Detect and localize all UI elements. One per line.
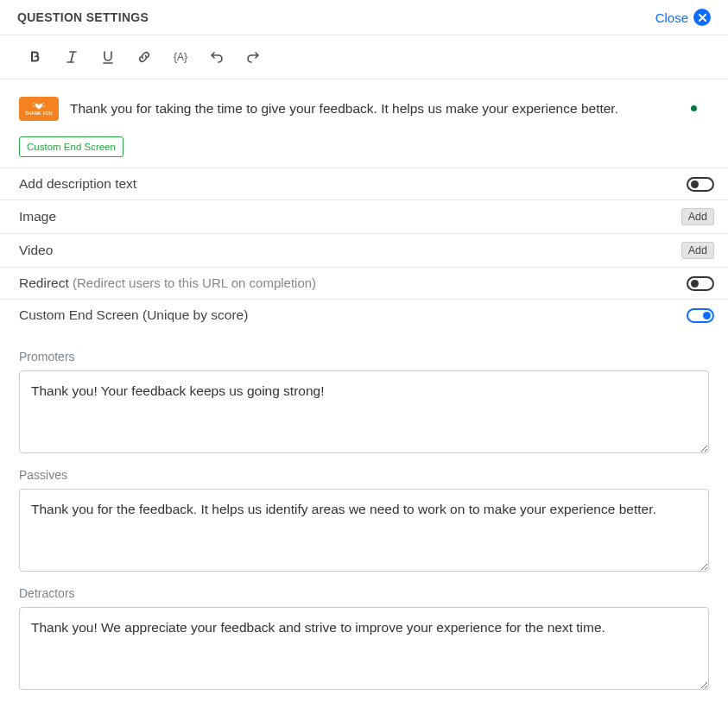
setting-redirect-label: Redirect: [19, 275, 69, 290]
redirect-toggle[interactable]: [687, 276, 714, 291]
detractors-textarea[interactable]: [19, 607, 709, 690]
link-icon[interactable]: [130, 44, 159, 70]
video-add-button[interactable]: Add: [681, 242, 714, 259]
setting-custom-end-label: Custom End Screen (Unique by score): [19, 307, 248, 323]
setting-redirect-label-group: Redirect (Redirect users to this URL on …: [19, 275, 316, 291]
thank-you-chip-icon: THANK YOU: [19, 97, 59, 121]
close-button[interactable]: Close: [655, 9, 711, 26]
italic-icon[interactable]: [57, 44, 86, 70]
setting-video: Video Add: [0, 234, 728, 268]
bold-icon[interactable]: [21, 44, 50, 70]
status-indicator-icon: [691, 105, 697, 111]
passives-label: Passives: [19, 468, 709, 482]
variable-icon[interactable]: {A}: [166, 44, 195, 70]
settings-list: Add description text Image Add Video Add…: [0, 168, 728, 331]
promoters-label: Promoters: [19, 350, 709, 364]
custom-end-screen-tag: Custom End Screen: [19, 136, 123, 157]
summary-message: Thank you for taking the time to give yo…: [70, 101, 618, 117]
setting-redirect: Redirect (Redirect users to this URL on …: [0, 268, 728, 300]
promoters-textarea[interactable]: [19, 370, 709, 453]
setting-image: Image Add: [0, 200, 728, 234]
page-title: QUESTION SETTINGS: [17, 10, 149, 24]
setting-image-label: Image: [19, 209, 56, 225]
underline-icon[interactable]: [93, 44, 123, 70]
close-x-icon: [693, 9, 711, 26]
thank-you-micro-label: THANK YOU: [25, 111, 52, 116]
custom-end-toggle[interactable]: [687, 308, 714, 323]
description-toggle[interactable]: [687, 177, 714, 192]
close-label: Close: [655, 10, 688, 25]
setting-video-label: Video: [19, 243, 53, 258]
detractors-label: Detractors: [19, 586, 709, 600]
setting-custom-end: Custom End Screen (Unique by score): [0, 300, 728, 331]
image-add-button[interactable]: Add: [681, 208, 714, 225]
settings-header: QUESTION SETTINGS Close: [0, 0, 728, 35]
end-screen-text-sections: Promoters Passives Detractors: [0, 331, 728, 710]
summary-row: THANK YOU Thank you for taking the time …: [19, 97, 709, 121]
setting-redirect-sublabel: (Redirect users to this URL on completio…: [73, 275, 316, 290]
format-toolbar: {A}: [0, 35, 728, 79]
redo-icon[interactable]: [238, 44, 268, 70]
svg-text:{A}: {A}: [174, 51, 187, 63]
summary-area: THANK YOU Thank you for taking the time …: [0, 79, 728, 166]
passives-textarea[interactable]: [19, 489, 709, 572]
setting-description-label: Add description text: [19, 176, 136, 192]
undo-icon[interactable]: [202, 44, 231, 70]
setting-description: Add description text: [0, 168, 728, 200]
